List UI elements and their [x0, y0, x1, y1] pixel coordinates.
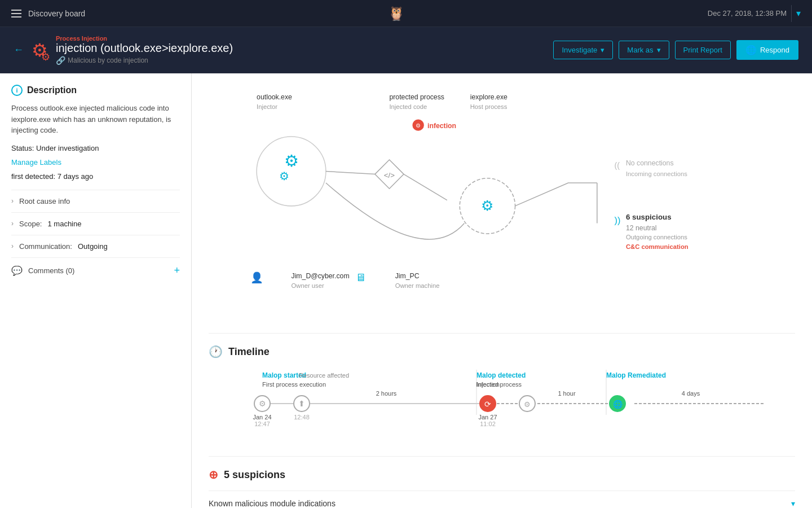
info-icon: i: [11, 85, 23, 96]
header-bar: ← ⚙ ⚙ Process Injection injection (outlo…: [0, 27, 812, 73]
svg-text:12:48: 12:48: [294, 414, 310, 421]
markas-dropdown-icon: ▾: [657, 46, 661, 54]
svg-text:Jan 27: Jan 27: [478, 414, 497, 421]
svg-text:12 neutral: 12 neutral: [626, 224, 657, 232]
svg-text:Jim_PC: Jim_PC: [395, 272, 420, 280]
process-type-label: Process Injection: [56, 35, 233, 42]
right-panel: outlook.exe Injector protected process I…: [192, 73, 812, 508]
scope-row[interactable]: › Scope: 1 machine: [11, 212, 180, 235]
owl-logo: 🦉: [388, 6, 405, 21]
root-cause-label: Root cause info: [19, 197, 70, 205]
svg-text:C&C communication: C&C communication: [626, 243, 689, 250]
svg-text:4 days: 4 days: [682, 390, 700, 397]
process-icon: ⚙ ⚙: [32, 40, 48, 61]
process-graph: outlook.exe Injector protected process I…: [209, 85, 795, 333]
svg-text:Owner machine: Owner machine: [395, 282, 440, 289]
nav-dropdown-arrow[interactable]: ▾: [796, 8, 801, 19]
description-title: Description: [27, 85, 77, 95]
svg-text:outlook.exe: outlook.exe: [257, 93, 292, 101]
svg-text:⚙: ⚙: [524, 400, 531, 409]
svg-line-15: [404, 174, 447, 200]
description-text: Process outlook.exe injected malicious c…: [11, 103, 180, 136]
svg-text:Infection: Infection: [476, 381, 500, 388]
nav-divider: [791, 5, 792, 22]
comments-label: Comments (0): [28, 266, 74, 275]
svg-text:1 hour: 1 hour: [558, 390, 576, 397]
communication-label: Communication:: [19, 242, 72, 251]
svg-text:iexplore.exe: iexplore.exe: [470, 93, 508, 101]
svg-text:Malop Remediated: Malop Remediated: [606, 371, 666, 379]
svg-text:👤: 👤: [250, 271, 263, 284]
respond-button[interactable]: 🌐 Respond: [736, 40, 798, 60]
app-name: Discovery board: [28, 9, 85, 18]
comments-row[interactable]: 💬 Comments (0) +: [11, 257, 180, 283]
suspicion-item-1-label: Known malicious module indications: [209, 499, 336, 508]
svg-text:⚙: ⚙: [279, 169, 289, 182]
svg-text:6 suspicious: 6 suspicious: [626, 213, 672, 221]
svg-text:Injected code: Injected code: [389, 103, 427, 110]
back-button[interactable]: ←: [14, 44, 24, 56]
scope-value: 1 machine: [47, 220, 81, 228]
subtitle-icon: 🔗: [56, 56, 65, 65]
svg-text:Jan 24: Jan 24: [253, 414, 271, 421]
svg-text:protected process: protected process: [389, 93, 444, 101]
svg-line-14: [326, 171, 375, 174]
svg-text:infection: infection: [427, 122, 456, 130]
timeline-icon: 🕐: [209, 345, 223, 358]
header-title: injection (outlook.exe>iexplore.exe): [56, 42, 233, 55]
svg-text:Injector: Injector: [257, 103, 277, 110]
scope-label: Scope:: [19, 220, 42, 228]
svg-text:No connections: No connections: [626, 159, 674, 167]
description-header: i Description: [11, 85, 180, 96]
svg-text:Outgoing connections: Outgoing connections: [626, 234, 687, 240]
svg-text:</>: </>: [384, 171, 395, 179]
svg-text:⚙: ⚙: [481, 198, 493, 213]
investigate-button[interactable]: Investigate ▾: [553, 41, 613, 59]
svg-text:🌐: 🌐: [613, 400, 623, 409]
graph-svg: outlook.exe Injector protected process I…: [209, 85, 795, 333]
svg-text:First process execution: First process execution: [262, 381, 326, 388]
timeline-section: 🕐 Timeline Malop started First process e…: [209, 333, 795, 456]
communication-row[interactable]: › Communication: Outgoing: [11, 235, 180, 257]
add-comment-button[interactable]: +: [174, 265, 180, 277]
svg-text:Malop detected: Malop detected: [476, 371, 526, 379]
header-subtitle: 🔗 Malicious by code injection: [56, 56, 233, 65]
status-row: Status: Under investigation: [11, 144, 180, 152]
suspicions-header: ⊕ 5 suspicions: [209, 468, 795, 481]
mark-as-button[interactable]: Mark as ▾: [619, 41, 669, 59]
first-detected: first detected: 7 days ago: [11, 172, 180, 181]
svg-text:⚙: ⚙: [416, 122, 421, 129]
svg-text:((: ((: [615, 161, 620, 170]
timeline-svg: Malop started First process execution Re…: [209, 370, 795, 443]
svg-text:2 hours: 2 hours: [376, 390, 397, 397]
main-layout: i Description Process outlook.exe inject…: [0, 73, 812, 508]
manage-labels-link[interactable]: Manage Labels: [11, 158, 180, 167]
respond-globe-icon: 🌐: [745, 45, 757, 55]
svg-text:⟳: ⟳: [484, 400, 491, 409]
svg-text:⚙: ⚙: [284, 152, 299, 170]
svg-point-9: [257, 137, 326, 206]
gear-icon-small: ⚙: [41, 51, 50, 63]
svg-text:⬆: ⬆: [298, 399, 305, 408]
suspicion-1-chevron: ▾: [791, 499, 795, 508]
root-cause-row[interactable]: › Root cause info: [11, 190, 180, 212]
scope-chevron: ›: [11, 220, 14, 227]
svg-text:⚙: ⚙: [259, 399, 266, 408]
svg-text:12:47: 12:47: [254, 421, 270, 427]
suspicions-title: 5 suspicions: [224, 469, 285, 481]
suspicion-item-1[interactable]: Known malicious module indications ▾: [209, 491, 795, 508]
communication-chevron: ›: [11, 242, 14, 250]
svg-text:🖥: 🖥: [355, 271, 365, 283]
investigate-dropdown-icon: ▾: [601, 46, 604, 54]
svg-text:)): )): [615, 215, 621, 225]
left-panel: i Description Process outlook.exe inject…: [0, 73, 192, 508]
datetime-display: Dec 27, 2018, 12:38 PM: [708, 9, 787, 17]
suspicions-section: ⊕ 5 suspicions Known malicious module in…: [209, 456, 795, 508]
svg-text:Jim_D@cyber.com: Jim_D@cyber.com: [292, 272, 350, 280]
svg-text:Host process: Host process: [470, 103, 508, 110]
hamburger-menu[interactable]: [11, 10, 21, 17]
root-cause-chevron: ›: [11, 197, 14, 205]
print-report-button[interactable]: Print Report: [675, 41, 731, 59]
timeline-title: 🕐 Timeline: [209, 345, 795, 358]
top-nav: Discovery board 🦉 Dec 27, 2018, 12:38 PM…: [0, 0, 812, 27]
